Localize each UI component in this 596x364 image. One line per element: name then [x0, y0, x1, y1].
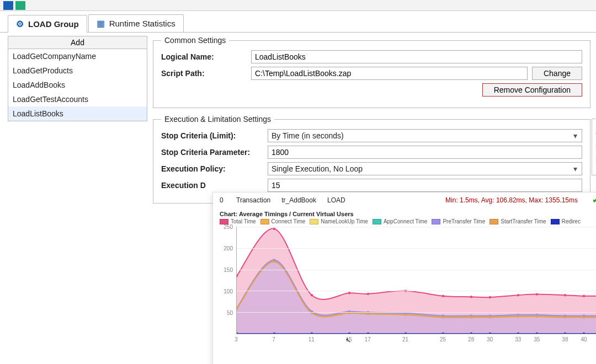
row-index: 0: [220, 196, 225, 204]
toolbar-button[interactable]: [3, 1, 13, 10]
svg-point-6: [442, 295, 444, 297]
x-tick: 33: [515, 336, 521, 342]
list-item[interactable]: LoadListBooks: [8, 106, 147, 121]
exec-delay-input[interactable]: [268, 179, 582, 192]
tab-label: Runtime Statistics: [109, 19, 175, 28]
x-tick: 17: [365, 336, 371, 342]
top-toolbar: [0, 0, 596, 11]
legend-item[interactable]: NameLookUp Time: [310, 218, 368, 224]
mouse-cursor-icon: ↖: [345, 336, 351, 344]
load-script-list: LoadGetCompanyNameLoadGetProductsLoadAdd…: [8, 49, 147, 121]
legend-swatch: [489, 219, 498, 224]
chart-area: 50100150200250 3711151721252830333538404…: [220, 227, 596, 345]
logical-name-input[interactable]: [251, 50, 582, 63]
svg-point-75: [405, 314, 407, 316]
y-tick: 150: [223, 267, 233, 273]
x-tick: 11: [308, 336, 315, 342]
stop-criteria-label: Stop Criteria (Limit):: [161, 131, 263, 140]
legend-label: Redirec: [562, 218, 581, 224]
legend-item[interactable]: StartTransfer Time: [489, 218, 546, 224]
legend-swatch: [310, 219, 318, 224]
x-tick: 28: [468, 336, 474, 342]
add-button[interactable]: Add: [8, 36, 147, 49]
stop-criteria-select[interactable]: By Time (in seconds): [268, 129, 582, 142]
group-legend: Execution & Limitation Settings: [161, 115, 274, 124]
list-item[interactable]: LoadAddBooks: [8, 78, 147, 92]
legend-label: Connect Time: [272, 218, 306, 224]
svg-point-80: [536, 315, 538, 318]
col-load: LOAD: [327, 196, 345, 204]
x-tick: 40: [581, 336, 587, 342]
logical-name-label: Logical Name:: [161, 52, 247, 61]
stop-param-label: Stop Criteria Parameter:: [161, 148, 263, 157]
check-icon: ✔: [589, 195, 596, 205]
change-button[interactable]: Change: [532, 67, 582, 80]
x-tick: 38: [562, 336, 568, 342]
svg-point-77: [470, 316, 472, 318]
exec-delay-label: Execution D: [161, 181, 263, 190]
y-tick: 100: [223, 288, 233, 295]
legend-label: PreTransfer Time: [443, 218, 485, 224]
legend-swatch: [551, 219, 560, 224]
svg-point-3: [348, 292, 350, 294]
y-tick: 50: [227, 310, 233, 316]
tab-label: LOAD Group: [28, 19, 79, 29]
toolbar-button[interactable]: [15, 1, 25, 10]
col-transaction: Transaction: [236, 196, 270, 204]
group-legend: Common Settings: [161, 36, 229, 45]
exec-policy-label: Execution Policy:: [161, 164, 263, 173]
stop-param-input[interactable]: [268, 146, 582, 159]
svg-point-2: [311, 294, 313, 296]
svg-point-8: [489, 296, 491, 298]
svg-point-9: [517, 294, 519, 296]
legend-item[interactable]: Redirec: [551, 218, 581, 224]
x-tick: 35: [534, 336, 540, 342]
tab-load-group[interactable]: ⚙ LOAD Group: [8, 15, 87, 33]
svg-point-81: [564, 316, 566, 318]
legend-swatch: [260, 219, 269, 224]
x-tick: 25: [440, 336, 446, 342]
grid-icon: ▦: [97, 18, 105, 29]
execution-settings-group: Execution & Limitation Settings Stop Cri…: [153, 115, 590, 204]
x-tick: 3: [235, 336, 238, 342]
svg-point-12: [583, 295, 585, 297]
svg-point-10: [536, 293, 538, 295]
legend-swatch: [372, 219, 381, 224]
svg-point-74: [367, 313, 369, 315]
common-settings-group: Common Settings Logical Name: Script Pat…: [153, 36, 590, 108]
legend-item[interactable]: AppConnect Time: [372, 218, 428, 224]
tab-runtime-stats[interactable]: ▦ Runtime Statistics: [88, 14, 184, 32]
y-tick: 200: [223, 245, 233, 251]
svg-point-82: [583, 316, 585, 318]
legend-label: Total Time: [231, 218, 256, 224]
list-item[interactable]: LoadGetTestAccounts: [8, 92, 147, 106]
tab-bar: ⚙ LOAD Group ▦ Runtime Statistics: [0, 11, 596, 33]
legend-item[interactable]: Connect Time: [260, 218, 306, 224]
list-item[interactable]: LoadGetProducts: [8, 63, 147, 78]
script-path-input[interactable]: [251, 67, 528, 80]
svg-point-78: [489, 316, 491, 318]
chart-legend: Total TimeConnect TimeNameLookUp TimeApp…: [213, 218, 596, 227]
legend-swatch: [432, 219, 440, 224]
svg-point-7: [470, 296, 472, 298]
svg-point-76: [442, 316, 444, 318]
list-item[interactable]: LoadGetCompanyName: [8, 49, 147, 63]
legend-label: NameLookUp Time: [321, 218, 368, 224]
legend-item[interactable]: PreTransfer Time: [432, 218, 485, 224]
load-gen-group: Load Ge Strategy Initial Vi Increme: [592, 114, 596, 175]
y-tick: 250: [223, 224, 233, 230]
x-tick: 21: [402, 336, 408, 342]
svg-point-1: [273, 228, 275, 230]
gears-icon: ⚙: [16, 19, 24, 29]
chart-panel: 0 Transaction tr_AddBook LOAD Min: 1.5ms…: [212, 192, 596, 364]
legend-label: StartTransfer Time: [501, 218, 546, 224]
svg-point-79: [517, 315, 519, 318]
exec-policy-select[interactable]: Single Execution, No Loop: [268, 162, 582, 175]
chart-row-header: 0 Transaction tr_AddBook LOAD Min: 1.5ms…: [213, 192, 596, 207]
x-tick: 7: [272, 336, 275, 342]
transaction-name: tr_AddBook: [281, 196, 316, 204]
sidebar: Add LoadGetCompanyNameLoadGetProductsLoa…: [0, 33, 152, 363]
svg-point-71: [273, 260, 275, 263]
x-tick: 30: [487, 336, 493, 342]
remove-config-button[interactable]: Remove Configuration: [482, 83, 582, 97]
